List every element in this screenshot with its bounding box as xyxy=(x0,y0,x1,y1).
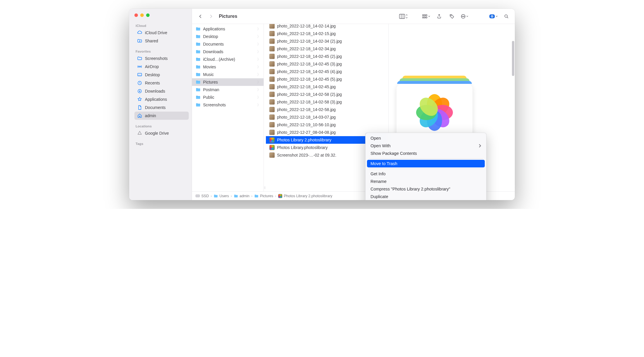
close-button[interactable] xyxy=(134,13,138,17)
image-thumbnail-icon xyxy=(269,69,275,74)
svg-point-13 xyxy=(451,15,451,16)
path-segment[interactable]: admin xyxy=(234,194,250,198)
folder-icon xyxy=(195,102,201,108)
svg-point-15 xyxy=(462,16,463,17)
path-segment[interactable]: SSD xyxy=(195,194,209,198)
ctx-get-info[interactable]: Get Info xyxy=(367,170,485,178)
image-thumbnail-icon xyxy=(269,92,275,97)
ctx-label: Move to Trash xyxy=(371,161,397,166)
share-button[interactable] xyxy=(435,12,444,21)
file-label: photo_2022-12-18_14-03-07.jpg xyxy=(277,115,336,119)
cloud-icon xyxy=(137,30,142,35)
ctx-compress[interactable]: Compress "Photos Library 2.photoslibrary… xyxy=(367,185,485,193)
folder-row[interactable]: iCloud…(Archive)〉 xyxy=(192,56,264,63)
folder-row[interactable]: Screenshots〉 xyxy=(192,101,264,109)
forward-button[interactable] xyxy=(207,12,215,21)
file-row[interactable]: photo_2022-12-18_14-02-58 (3).jpg xyxy=(266,98,388,106)
folder-row[interactable]: Public〉 xyxy=(192,93,264,101)
path-icon xyxy=(214,194,218,198)
scrollbar-thumb[interactable] xyxy=(512,41,514,76)
search-button[interactable] xyxy=(502,12,511,21)
sidebar-item-documents[interactable]: Documents xyxy=(134,103,189,112)
folder-icon xyxy=(137,56,142,61)
path-segment[interactable]: Photos Library 2.photoslibrary xyxy=(278,194,332,198)
context-menu: Open Open With Show Package Contents Mov… xyxy=(365,133,487,200)
path-label: SSD xyxy=(201,194,209,198)
folder-row[interactable]: Applications〉 xyxy=(192,25,264,33)
file-label: Screenshots xyxy=(203,103,226,107)
file-label: Photos Library 2.photoslibrary xyxy=(277,138,331,142)
download-icon xyxy=(137,89,142,94)
sidebar-item-admin[interactable]: admin xyxy=(134,112,189,120)
file-row[interactable]: photo_2022-12-18_14-02-45 (2).jpg xyxy=(266,53,388,60)
image-thumbnail-icon xyxy=(269,99,275,105)
sidebar-item-applications[interactable]: Applications xyxy=(134,95,189,103)
chevron-right-icon: 〉 xyxy=(257,27,261,32)
view-columns-button[interactable] xyxy=(399,12,408,21)
sidebar-item-shared[interactable]: Shared xyxy=(134,37,189,45)
ctx-open[interactable]: Open xyxy=(367,134,485,142)
folder-row[interactable]: Pictures〉 xyxy=(192,78,264,86)
file-row[interactable]: photo_2022-12-19_10-56-10.jpg xyxy=(266,121,388,129)
back-button[interactable] xyxy=(196,12,205,21)
folder-row[interactable]: Postman〉 xyxy=(192,86,264,93)
zoom-button[interactable] xyxy=(146,13,150,17)
tags-button[interactable] xyxy=(448,12,456,21)
sidebar-item-label: AirDrop xyxy=(145,64,159,69)
file-label: Applications xyxy=(203,27,225,31)
folder-icon xyxy=(195,57,201,62)
sidebar-item-recents[interactable]: Recents xyxy=(134,79,189,87)
chevron-right-icon: 〉 xyxy=(257,42,261,47)
folder-row[interactable]: Documents〉 xyxy=(192,40,264,48)
sidebar-item-screenshots[interactable]: Screenshots xyxy=(134,54,189,63)
file-row[interactable]: photo_2022-12-18_14-02-34.jpg xyxy=(266,45,388,53)
file-row[interactable]: photo_2022-12-18_14-02-45 (5).jpg xyxy=(266,75,388,83)
file-label: Pictures xyxy=(203,80,218,84)
ctx-label: Compress "Photos Library 2.photoslibrary… xyxy=(371,187,450,191)
file-row[interactable]: photo_2022-12-18_14-02-15.jpg xyxy=(266,30,388,37)
file-row[interactable]: photo_2022-12-18_14-02-34 (2).jpg xyxy=(266,37,388,45)
column-resize-handle[interactable]: || xyxy=(264,24,266,191)
sidebar-item-airdrop[interactable]: AirDrop xyxy=(134,63,189,71)
sidebar-item-label: Applications xyxy=(145,97,167,102)
file-row[interactable]: photo_2022-12-18_14-02-45 (4).jpg xyxy=(266,68,388,75)
file-row[interactable]: photo_2022-12-18_14-02-45.jpg xyxy=(266,83,388,91)
file-row[interactable]: photo_2022-12-18_14-02-14.jpg xyxy=(266,24,388,30)
ctx-show-package-contents[interactable]: Show Package Contents xyxy=(367,150,485,157)
group-button[interactable] xyxy=(422,12,431,21)
file-row[interactable]: photo_2022-12-18_14-03-07.jpg xyxy=(266,113,388,121)
file-label: Postman xyxy=(203,87,219,92)
sidebar-item-label: Google Drive xyxy=(145,131,169,136)
path-segment[interactable]: Pictures xyxy=(254,194,273,198)
file-label: photo_2022-12-27_08-04-08.jpg xyxy=(277,130,336,135)
sidebar-item-icloud-drive[interactable]: iCloud Drive xyxy=(134,29,189,37)
folder-row[interactable]: Movies〉 xyxy=(192,63,264,71)
preview-options-button[interactable] xyxy=(489,12,498,21)
image-thumbnail-icon xyxy=(269,152,275,158)
folder-row[interactable]: Desktop〉 xyxy=(192,33,264,40)
ctx-duplicate[interactable]: Duplicate xyxy=(367,193,485,200)
folder-row[interactable]: Downloads〉 xyxy=(192,48,264,56)
file-label: photo_2022-12-18_14-02-34 (2).jpg xyxy=(277,39,342,44)
svg-rect-9 xyxy=(426,15,427,16)
minimize-button[interactable] xyxy=(140,13,144,17)
file-row[interactable]: photo_2022-12-18_14-02-45 (3).jpg xyxy=(266,60,388,68)
ctx-move-to-trash[interactable]: Move to Trash xyxy=(367,160,485,167)
actions-button[interactable] xyxy=(461,12,469,21)
chevron-right-icon: 〉 xyxy=(257,65,261,70)
ctx-rename[interactable]: Rename xyxy=(367,178,485,185)
path-label: Photos Library 2.photoslibrary xyxy=(284,194,332,198)
file-row[interactable]: photo_2022-12-18_14-02-58 (2).jpg xyxy=(266,91,388,98)
sidebar-section-icloud: iCloud xyxy=(134,22,189,29)
photos-library-icon xyxy=(269,137,275,143)
image-thumbnail-icon xyxy=(269,115,275,120)
file-row[interactable]: photo_2022-12-18_14-02-58.jpg xyxy=(266,106,388,113)
column-1: Applications〉Desktop〉Documents〉Downloads… xyxy=(192,24,264,191)
file-label: photo_2022-12-18_14-02-58.jpg xyxy=(277,107,336,112)
sidebar-item-downloads[interactable]: Downloads xyxy=(134,87,189,95)
sidebar-item-desktop[interactable]: Desktop xyxy=(134,71,189,79)
ctx-open-with[interactable]: Open With xyxy=(367,142,485,150)
path-segment[interactable]: Users xyxy=(214,194,229,198)
folder-row[interactable]: Music〉 xyxy=(192,71,264,78)
sidebar-item-google-drive[interactable]: Google Drive xyxy=(134,129,189,137)
